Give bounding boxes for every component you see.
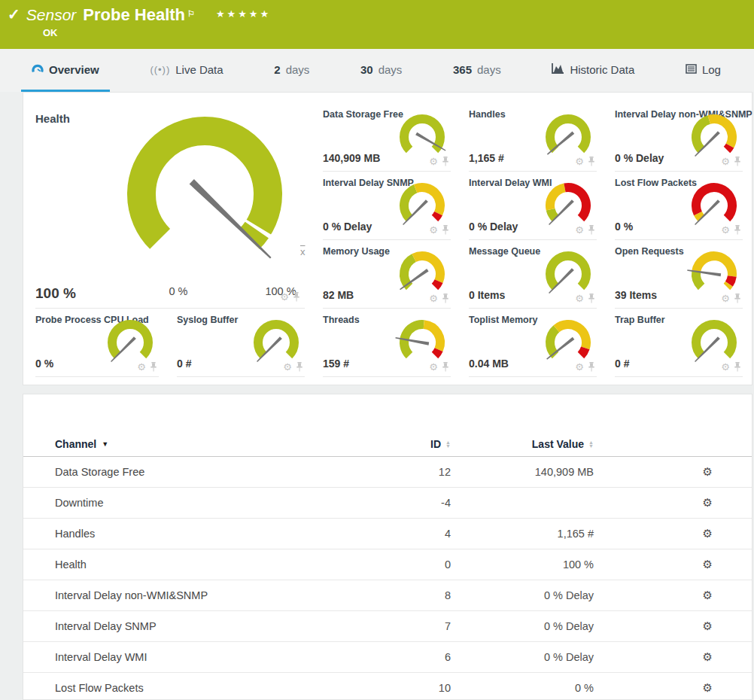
gear-icon[interactable]: ⚙ [429, 157, 438, 166]
cell-id: -4 [383, 497, 451, 509]
cell-last-value: 1,165 # [451, 528, 594, 540]
gear-icon[interactable]: ⚙ [575, 226, 584, 235]
table-row-handles[interactable]: Handles41,165 #⚙ [23, 519, 752, 549]
channel-settings-gear-icon[interactable]: ⚙ [703, 496, 713, 510]
gauge-value: 0 # [177, 358, 191, 370]
cell-channel: Lost Flow Packets [55, 682, 383, 694]
gear-icon[interactable]: ⚙ [429, 363, 438, 372]
health-gauge-title: Health [35, 112, 70, 125]
channel-settings-gear-icon[interactable]: ⚙ [703, 589, 713, 602]
tab-log[interactable]: Log [675, 49, 731, 92]
gauge-cell-interval-delay-non-wmi-snmp: Interval Delay non-WMI&SNMP0 % Delay⚙ [615, 103, 743, 172]
pin-icon[interactable] [734, 362, 741, 372]
column-header-id[interactable]: ID▲▼ [383, 438, 451, 450]
gauge [541, 182, 595, 229]
tab-live-data[interactable]: ((•))Live Data [139, 49, 233, 92]
status-badge: OK [43, 27, 58, 38]
pin-icon[interactable] [442, 225, 449, 235]
pin-icon[interactable] [588, 225, 595, 235]
gauge-value: 159 # [323, 358, 349, 370]
sort-icon: ▲▼ [588, 440, 594, 448]
pin-icon[interactable] [150, 362, 157, 372]
gear-icon[interactable]: ⚙ [575, 157, 584, 166]
table-row-interval-delay-non-wmi-snmp[interactable]: Interval Delay non-WMI&SNMP80 % Delay⚙ [23, 580, 752, 611]
gauge-cell-open-requests: Open Requests39 Items⚙ [615, 240, 743, 309]
tab-label: Live Data [175, 63, 223, 76]
gauge-cell-lost-flow-packets: Lost Flow Packets0 %⚙ [615, 172, 743, 240]
pin-icon[interactable] [734, 294, 741, 303]
gauge-cell-syslog-buffer: Syslog Buffer0 #⚙ [177, 309, 305, 377]
gear-icon[interactable]: ⚙ [721, 157, 730, 166]
pin-icon[interactable] [588, 294, 595, 303]
gear-icon[interactable]: ⚙ [575, 363, 584, 372]
gear-icon[interactable]: ⚙ [280, 293, 289, 302]
gear-icon[interactable]: ⚙ [429, 226, 438, 235]
gauge-title: Interval Delay WMI [469, 178, 552, 188]
priority-stars[interactable]: ★★★★★ [216, 6, 271, 23]
pin-icon[interactable] [734, 225, 741, 235]
gauge [395, 251, 449, 297]
gauge-cell-data-storage-free: Data Storage Free140,909 MB⚙ [323, 103, 451, 172]
tab-days2[interactable]: 2days [263, 49, 320, 92]
gauge [541, 251, 595, 297]
tab-label: days [477, 63, 501, 76]
flag-icon[interactable]: ⚐ [187, 9, 195, 18]
pin-icon[interactable] [442, 362, 449, 372]
table-row-lost-flow-packets[interactable]: Lost Flow Packets100 %⚙ [23, 673, 752, 700]
tab-overview[interactable]: Overview [21, 49, 110, 92]
gear-icon[interactable]: ⚙ [429, 294, 438, 303]
tab-number: 30 [360, 63, 373, 76]
gear-icon[interactable]: ⚙ [721, 294, 730, 303]
gauge-title: Toplist Memory [469, 315, 537, 325]
gear-icon[interactable]: ⚙ [575, 294, 584, 303]
table-row-downtime[interactable]: Downtime-4⚙ [23, 488, 752, 519]
gauge-title: Open Requests [615, 246, 684, 257]
channel-settings-gear-icon[interactable]: ⚙ [703, 558, 713, 571]
tab-label: Log [702, 63, 721, 76]
tab-days30[interactable]: 30days [350, 49, 412, 92]
cell-channel: Handles [55, 528, 383, 540]
gauge-value: 0 % [615, 221, 633, 233]
gauges-panel: Health x 0 % 100 % 100 % ⚙ Data Storage … [23, 92, 752, 385]
channel-settings-gear-icon[interactable]: ⚙ [703, 527, 713, 540]
pin-icon[interactable] [442, 294, 449, 303]
cell-last-value: 0 % Delay [451, 620, 594, 632]
object-kind-label: Sensor [26, 5, 77, 26]
pin-icon[interactable] [296, 362, 303, 372]
table-row-data-storage-free[interactable]: Data Storage Free12140,909 MB⚙ [23, 457, 752, 488]
pin-icon[interactable] [442, 157, 449, 166]
pin-icon[interactable] [588, 362, 595, 372]
table-row-interval-delay-wmi[interactable]: Interval Delay WMI60 % Delay⚙ [23, 642, 752, 673]
pin-icon[interactable] [293, 292, 300, 302]
tab-historic-data[interactable]: Historic Data [541, 49, 645, 92]
gauge-value: 1,165 # [469, 152, 504, 164]
gear-icon[interactable]: ⚙ [721, 363, 730, 372]
gauge [687, 319, 741, 366]
gauge-cell-interval-delay-snmp: Interval Delay SNMP0 % Delay⚙ [323, 172, 451, 240]
gear-icon[interactable]: ⚙ [283, 363, 292, 372]
tab-days365[interactable]: 365days [442, 49, 512, 92]
gauge-value: 0 % Delay [323, 221, 372, 233]
channel-settings-gear-icon[interactable]: ⚙ [703, 619, 713, 633]
pin-icon[interactable] [734, 157, 741, 166]
channel-settings-gear-icon[interactable]: ⚙ [703, 650, 713, 664]
gauge [687, 182, 741, 229]
gauge-value: 0 Items [469, 289, 505, 301]
gauge-value: 39 Items [615, 289, 657, 301]
gauge-cell-memory-usage: Memory Usage82 MB⚙ [323, 240, 451, 309]
sort-icon: ▲▼ [445, 440, 451, 448]
channel-settings-gear-icon[interactable]: ⚙ [703, 465, 713, 479]
table-row-health[interactable]: Health0100 %⚙ [23, 549, 752, 580]
cell-channel: Interval Delay non-WMI&SNMP [55, 589, 383, 601]
column-header-last-value[interactable]: Last Value▲▼ [451, 438, 594, 450]
health-gauge-value: 100 % [35, 285, 76, 302]
cell-channel: Health [55, 558, 383, 571]
pin-icon[interactable] [588, 157, 595, 166]
cell-channel: Data Storage Free [55, 466, 383, 478]
channel-settings-gear-icon[interactable]: ⚙ [703, 681, 713, 695]
table-row-interval-delay-snmp[interactable]: Interval Delay SNMP70 % Delay⚙ [23, 611, 752, 642]
column-header-channel[interactable]: Channel▼ [55, 438, 383, 450]
gauge-cell-handles: Handles1,165 #⚙ [469, 103, 597, 172]
gear-icon[interactable]: ⚙ [137, 363, 146, 372]
gear-icon[interactable]: ⚙ [721, 226, 730, 235]
